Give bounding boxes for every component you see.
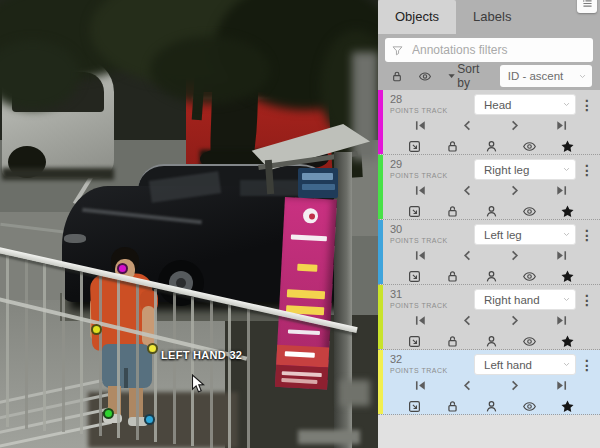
object-label-select[interactable]: Head	[474, 94, 576, 115]
prev-keyframe-button[interactable]	[460, 378, 475, 393]
outside-button[interactable]	[407, 399, 422, 414]
object-label-select[interactable]: Right hand	[474, 289, 576, 310]
lock-button[interactable]	[445, 269, 460, 284]
object-label-select[interactable]: Left leg	[474, 224, 576, 245]
lock-button[interactable]	[445, 204, 460, 219]
person-right-arm	[142, 306, 155, 346]
outside-button[interactable]	[407, 139, 422, 154]
head-point[interactable]	[117, 263, 128, 274]
outside-button[interactable]	[407, 204, 422, 219]
first-keyframe-button[interactable]	[413, 183, 428, 198]
person-leg	[129, 388, 143, 420]
tab-objects[interactable]: Objects	[378, 0, 456, 34]
lock-button[interactable]	[445, 139, 460, 154]
filter-icon	[391, 44, 404, 57]
menu-icon	[581, 0, 594, 10]
object-menu-button[interactable]: ⋮	[578, 224, 596, 246]
keyframe-button[interactable]	[560, 139, 575, 154]
sort-select[interactable]: ID - ascent	[500, 65, 592, 87]
occluded-button[interactable]	[484, 399, 499, 414]
chevron-down-icon	[561, 359, 572, 370]
hidden-button[interactable]	[522, 334, 537, 349]
object-row-32[interactable]: 32POINTS TRACKLeft hand⋮	[378, 350, 600, 415]
hidden-button[interactable]	[522, 399, 537, 414]
sidebar-empty-area	[378, 415, 600, 448]
first-keyframe-button[interactable]	[413, 313, 428, 328]
prev-keyframe-button[interactable]	[460, 313, 475, 328]
next-keyframe-button[interactable]	[507, 118, 522, 133]
next-keyframe-button[interactable]	[507, 183, 522, 198]
prev-keyframe-button[interactable]	[460, 248, 475, 263]
sort-by-label: Sort by	[457, 62, 493, 90]
occluded-button[interactable]	[484, 269, 499, 284]
object-id: 28	[390, 95, 474, 104]
keyframe-button[interactable]	[560, 204, 575, 219]
prev-keyframe-button[interactable]	[460, 183, 475, 198]
keyframe-button[interactable]	[560, 399, 575, 414]
occluded-button[interactable]	[484, 204, 499, 219]
occluded-button[interactable]	[484, 139, 499, 154]
hidden-button[interactable]	[522, 269, 537, 284]
last-keyframe-button[interactable]	[554, 248, 569, 263]
object-menu-button[interactable]: ⋮	[578, 354, 596, 376]
keyframe-button[interactable]	[560, 269, 575, 284]
first-keyframe-button[interactable]	[413, 118, 428, 133]
last-keyframe-button[interactable]	[554, 118, 569, 133]
object-type: POINTS TRACK	[390, 301, 474, 310]
objects-list: 28POINTS TRACKHead⋮29POINTS TRACKRight l…	[378, 90, 600, 415]
sidebar-menu-button[interactable]	[577, 0, 597, 13]
object-label: Right hand	[484, 294, 561, 306]
headlight	[64, 234, 86, 243]
hidden-button[interactable]	[522, 139, 537, 154]
occluded-button[interactable]	[484, 334, 499, 349]
prev-keyframe-button[interactable]	[460, 118, 475, 133]
next-keyframe-button[interactable]	[507, 313, 522, 328]
object-id: 29	[390, 160, 474, 169]
object-label-select[interactable]: Right leg	[474, 159, 576, 180]
lock-all-button[interactable]	[390, 69, 404, 84]
objects-sidebar: Objects Labels Sort by ID - ascent 28POI…	[378, 0, 600, 448]
hidden-button[interactable]	[522, 204, 537, 219]
expand-all-button[interactable]	[446, 70, 457, 82]
global-controls: Sort by ID - ascent	[378, 62, 600, 90]
last-keyframe-button[interactable]	[554, 378, 569, 393]
object-row-28[interactable]: 28POINTS TRACKHead⋮	[378, 90, 600, 155]
tab-labels[interactable]: Labels	[456, 0, 528, 34]
next-keyframe-button[interactable]	[507, 378, 522, 393]
outside-button[interactable]	[407, 334, 422, 349]
hide-all-button[interactable]	[418, 69, 432, 84]
object-type: POINTS TRACK	[390, 366, 474, 375]
annotations-filter-input[interactable]	[410, 42, 587, 58]
first-keyframe-button[interactable]	[413, 378, 428, 393]
first-keyframe-button[interactable]	[413, 248, 428, 263]
object-type: POINTS TRACK	[390, 171, 474, 180]
keyframe-button[interactable]	[560, 334, 575, 349]
object-menu-button[interactable]: ⋮	[578, 289, 596, 311]
lock-button[interactable]	[445, 399, 460, 414]
object-label-select[interactable]: Left hand	[474, 354, 576, 375]
chevron-down-icon	[561, 99, 572, 110]
object-id: 31	[390, 290, 474, 299]
object-menu-button[interactable]: ⋮	[578, 94, 596, 116]
object-row-29[interactable]: 29POINTS TRACKRight leg⋮	[378, 155, 600, 220]
lock-button[interactable]	[445, 334, 460, 349]
object-label: Left leg	[484, 229, 561, 241]
chevron-down-icon	[577, 71, 588, 82]
last-keyframe-button[interactable]	[554, 183, 569, 198]
left-leg-point[interactable]	[144, 414, 155, 425]
pink-banner	[275, 197, 337, 389]
sort-value: ID - ascent	[508, 70, 577, 82]
next-keyframe-button[interactable]	[507, 248, 522, 263]
object-row-30[interactable]: 30POINTS TRACKLeft leg⋮	[378, 220, 600, 285]
object-row-31[interactable]: 31POINTS TRACKRight hand⋮	[378, 285, 600, 350]
object-type: POINTS TRACK	[390, 236, 474, 245]
right-leg-point[interactable]	[103, 408, 114, 419]
right-hand-point[interactable]	[91, 324, 102, 335]
object-menu-button[interactable]: ⋮	[578, 159, 596, 181]
left-hand-point[interactable]	[147, 343, 158, 354]
annotation-canvas[interactable]: LEFT HAND 32	[0, 0, 378, 448]
chevron-down-icon	[561, 294, 572, 305]
outside-button[interactable]	[407, 269, 422, 284]
last-keyframe-button[interactable]	[554, 313, 569, 328]
mouse-cursor	[191, 374, 205, 394]
